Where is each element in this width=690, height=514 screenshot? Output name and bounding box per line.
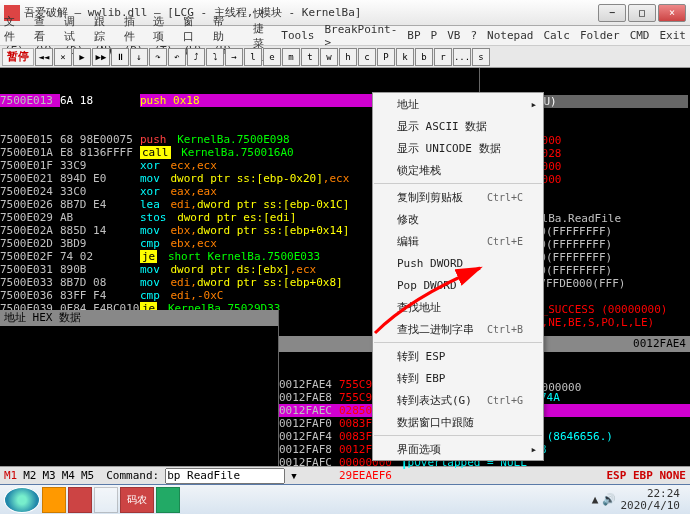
taskbar-item[interactable] (68, 487, 92, 513)
cmd-tab[interactable]: M3 (43, 469, 56, 482)
menu-item[interactable]: CMD (630, 29, 650, 42)
pause-button[interactable]: 暂停 (2, 48, 34, 66)
hex-header: 地址 HEX 数据 (0, 310, 278, 326)
start-button[interactable] (4, 487, 40, 513)
cmd-mode[interactable]: NONE (660, 469, 687, 482)
context-menu-item[interactable]: 显示 UNICODE 数据 (373, 137, 543, 159)
command-input[interactable] (165, 468, 285, 484)
toolbar-button[interactable]: m (282, 48, 300, 66)
toolbar-button[interactable]: ... (453, 48, 471, 66)
hex-dump-pane[interactable]: 地址 HEX 数据 (0, 310, 279, 466)
context-menu-item[interactable]: 修改 (373, 208, 543, 230)
context-menu-item[interactable]: 查找二进制字串Ctrl+B (373, 318, 543, 340)
cmd-tab[interactable]: M2 (23, 469, 36, 482)
cmd-tab[interactable]: M4 (62, 469, 75, 482)
toolbar-button[interactable]: P (377, 48, 395, 66)
cmd-mode[interactable]: EBP (633, 469, 660, 482)
clock[interactable]: 22:24 2020/4/10 (620, 488, 680, 512)
toolbar-button[interactable]: ↓ (130, 48, 148, 66)
menu-item[interactable]: Folder (580, 29, 620, 42)
disasm-hex: 6A 18 (60, 94, 140, 107)
taskbar-item[interactable] (42, 487, 66, 513)
cmd-mode[interactable]: ESP (607, 469, 634, 482)
taskbar-item[interactable] (156, 487, 180, 513)
menu-item[interactable]: P (431, 29, 438, 42)
menu-item[interactable]: BreakPoint-> (324, 23, 397, 49)
cmd-tab[interactable]: M1 (4, 469, 17, 482)
toolbar-button[interactable]: ◄◄ (35, 48, 53, 66)
context-menu-item[interactable]: 锁定堆栈 (373, 159, 543, 181)
context-menu-item[interactable]: 显示 ASCII 数据 (373, 115, 543, 137)
toolbar: 暂停◄◄×▶▶▶⏸↓↷↶⤴⤵→lemtwhcPkbr...s (0, 46, 690, 68)
context-menu-item[interactable]: 界面选项▸ (373, 438, 543, 460)
toolbar-button[interactable]: ⤴ (187, 48, 205, 66)
tray-icon[interactable]: ▲ (592, 493, 599, 506)
context-menu-item[interactable]: Pop DWORD (373, 274, 543, 296)
menu-bar: 文件(F)查看(V)调试(D)跟踪(N)插件(P)选项(T)窗口(W)帮助(H)… (0, 26, 690, 46)
menu-item[interactable]: Calc (543, 29, 570, 42)
menu-item[interactable]: Tools (281, 29, 314, 42)
toolbar-button[interactable]: e (263, 48, 281, 66)
toolbar-button[interactable]: r (434, 48, 452, 66)
toolbar-button[interactable]: → (225, 48, 243, 66)
disasm-op: push 0x18 (140, 94, 200, 107)
tray-icon[interactable]: 🔊 (602, 493, 616, 506)
context-menu-item[interactable]: 地址▸ (373, 93, 543, 115)
toolbar-button[interactable]: s (472, 48, 490, 66)
toolbar-button[interactable]: t (301, 48, 319, 66)
toolbar-button[interactable]: ⏸ (111, 48, 129, 66)
windows-taskbar: 码农 ▲ 🔊 22:24 2020/4/10 (0, 484, 690, 514)
close-button[interactable]: × (658, 4, 686, 22)
toolbar-button[interactable]: ▶▶ (92, 48, 110, 66)
toolbar-button[interactable]: ↷ (149, 48, 167, 66)
context-menu-item[interactable]: 查找地址 (373, 296, 543, 318)
toolbar-button[interactable]: b (415, 48, 433, 66)
toolbar-button[interactable]: ⤵ (206, 48, 224, 66)
command-label: Command: (106, 469, 159, 482)
maximize-button[interactable]: □ (628, 4, 656, 22)
toolbar-button[interactable]: k (396, 48, 414, 66)
system-tray[interactable]: ▲ 🔊 22:24 2020/4/10 (586, 488, 686, 512)
menu-item[interactable]: Exit (660, 29, 687, 42)
context-menu-item[interactable]: 转到 ESP (373, 345, 543, 367)
menu-item[interactable]: VB (447, 29, 460, 42)
context-menu-item[interactable]: Push DWORD (373, 252, 543, 274)
menu-item[interactable]: BP (407, 29, 420, 42)
menu-item[interactable]: Notepad (487, 29, 533, 42)
toolbar-button[interactable]: h (339, 48, 357, 66)
taskbar-item[interactable] (94, 487, 118, 513)
toolbar-button[interactable]: l (244, 48, 262, 66)
menu-item[interactable]: ? (470, 29, 477, 42)
toolbar-button[interactable]: × (54, 48, 72, 66)
cmd-tab[interactable]: M5 (81, 469, 94, 482)
toolbar-button[interactable]: c (358, 48, 376, 66)
context-menu: 地址▸显示 ASCII 数据显示 UNICODE 数据锁定堆栈复制到剪贴板Ctr… (372, 92, 544, 461)
context-menu-item[interactable]: 复制到剪贴板Ctrl+C (373, 186, 543, 208)
disasm-addr: 7500E013 (0, 94, 60, 107)
context-menu-item[interactable]: 编辑Ctrl+E (373, 230, 543, 252)
toolbar-button[interactable]: w (320, 48, 338, 66)
context-menu-item[interactable]: 转到表达式(G)Ctrl+G (373, 389, 543, 411)
context-menu-item[interactable]: 数据窗口中跟随 (373, 411, 543, 433)
context-menu-item[interactable]: 转到 EBP (373, 367, 543, 389)
toolbar-button[interactable]: ↶ (168, 48, 186, 66)
minimize-button[interactable]: − (598, 4, 626, 22)
taskbar-item[interactable]: 码农 (120, 487, 154, 513)
toolbar-button[interactable]: ▶ (73, 48, 91, 66)
